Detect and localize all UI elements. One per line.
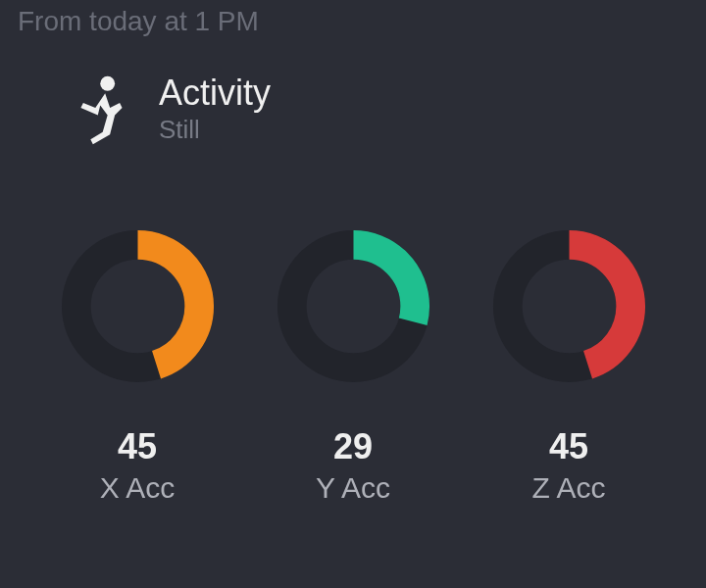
running-person-icon <box>69 74 129 151</box>
gauge-value: 45 <box>118 426 157 467</box>
gauge-value: 29 <box>333 426 373 467</box>
timestamp-label: From today at 1 PM <box>18 6 259 37</box>
gauge-row: 45 X Acc 29 Y Acc 45 Z Acc <box>0 225 706 505</box>
activity-header: Activity Still <box>69 74 271 151</box>
gauge-label: X Acc <box>100 471 176 505</box>
donut-chart-icon <box>488 225 650 387</box>
gauge-z-acc: 45 Z Acc <box>471 225 667 505</box>
svg-point-0 <box>100 76 115 91</box>
gauge-y-acc: 29 Y Acc <box>255 225 451 505</box>
activity-status: Still <box>159 115 271 145</box>
gauge-value: 45 <box>549 426 588 467</box>
gauge-label: Y Acc <box>316 471 390 505</box>
gauge-label: Z Acc <box>531 471 605 505</box>
donut-chart-icon <box>57 225 219 387</box>
gauge-x-acc: 45 X Acc <box>39 225 235 505</box>
donut-chart-icon <box>273 225 434 387</box>
activity-title: Activity <box>159 74 271 113</box>
